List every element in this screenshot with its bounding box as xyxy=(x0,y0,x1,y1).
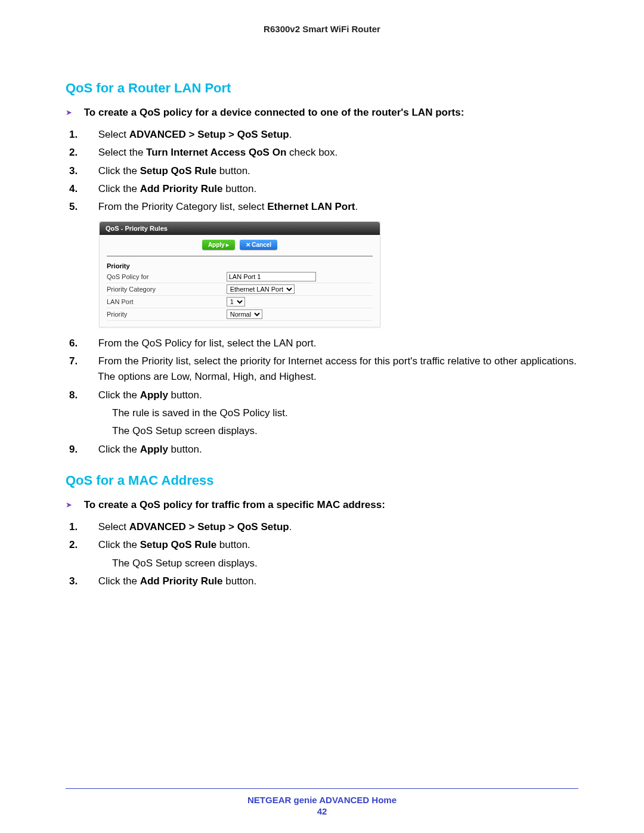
step-1: 1. Select ADVANCED > Setup > QoS Setup. xyxy=(83,127,578,143)
step-2: 2. Click the Setup QoS Rule button. The … xyxy=(83,537,578,571)
step-bold: Apply xyxy=(140,389,168,401)
section-heading-lan-port: QoS for a Router LAN Port xyxy=(66,80,578,96)
steps-lan-port-cont: 6. From the QoS Policy for list, select … xyxy=(83,336,578,457)
step-text: Select xyxy=(98,521,129,532)
row-label-priority: Priority xyxy=(107,308,227,320)
priority-category-select[interactable]: Ethernet LAN Port xyxy=(227,284,295,294)
step-post: button. xyxy=(216,539,250,550)
step-text: Click the xyxy=(98,444,140,455)
doc-header: R6300v2 Smart WiFi Router xyxy=(66,24,578,34)
step-bold: Apply xyxy=(140,444,168,455)
section-heading-mac: QoS for a MAC Address xyxy=(66,473,578,488)
step-5: 5. From the Priority Category list, sele… xyxy=(83,199,578,215)
step-2: 2. Select the Turn Internet Access QoS O… xyxy=(83,145,578,160)
lan-port-select[interactable]: 1 xyxy=(227,297,245,306)
step-text: Click the xyxy=(98,575,140,587)
steps-lan-port: 1. Select ADVANCED > Setup > QoS Setup. … xyxy=(83,127,578,215)
step-text: Select xyxy=(98,129,129,140)
intro-lan-port: ➤ To create a QoS policy for a device co… xyxy=(66,107,578,119)
step-4: 4. Click the Add Priority Rule button. xyxy=(83,181,578,197)
step-2-sub: The QoS Setup screen displays. xyxy=(98,556,578,571)
step-text: Click the xyxy=(98,183,140,194)
step-bold: Setup QoS Rule xyxy=(140,539,216,550)
step-1: 1. Select ADVANCED > Setup > QoS Setup. xyxy=(83,519,578,535)
intro-mac: ➤ To create a QoS policy for traffic fro… xyxy=(66,499,578,511)
cancel-button[interactable]: ✕ Cancel xyxy=(240,240,278,250)
step-bold: ADVANCED > Setup > QoS Setup xyxy=(129,129,289,140)
priority-select[interactable]: Normal xyxy=(227,309,262,319)
step-text: Select the xyxy=(98,147,146,158)
step-9: 9. Click the Apply button. xyxy=(83,442,578,457)
steps-mac: 1. Select ADVANCED > Setup > QoS Setup. … xyxy=(83,519,578,589)
intro-text: To create a QoS policy for a device conn… xyxy=(84,107,465,118)
step-post: button. xyxy=(216,165,250,176)
qos-priority-rules-panel: QoS - Priority Rules Apply ▸ ✕ Cancel Pr… xyxy=(99,221,380,327)
qos-policy-for-input[interactable] xyxy=(227,272,316,281)
step-bold: ADVANCED > Setup > QoS Setup xyxy=(129,521,289,532)
footer-page-number: 42 xyxy=(66,806,578,816)
step-8-sub1: The rule is saved in the QoS Policy list… xyxy=(98,405,578,421)
step-post: button. xyxy=(168,444,202,455)
step-text: From the Priority list, select the prior… xyxy=(98,355,577,382)
step-text: Click the xyxy=(98,165,140,176)
panel-toolbar: Apply ▸ ✕ Cancel xyxy=(107,235,373,256)
step-8-sub2: The QoS Setup screen displays. xyxy=(98,423,578,439)
step-post: button. xyxy=(168,389,202,401)
step-bold: Ethernet LAN Port xyxy=(267,201,355,212)
step-post: button. xyxy=(223,183,257,194)
panel-title: QoS - Priority Rules xyxy=(100,222,380,235)
step-7: 7. From the Priority list, select the pr… xyxy=(83,354,578,385)
step-post: button. xyxy=(223,575,257,587)
step-bold: Setup QoS Rule xyxy=(140,165,216,176)
step-bold: Add Priority Rule xyxy=(140,183,223,194)
row-label-policy: QoS Policy for xyxy=(107,271,227,283)
intro-text: To create a QoS policy for traffic from … xyxy=(84,499,385,510)
step-post: . xyxy=(289,521,292,532)
step-post: . xyxy=(355,201,358,212)
step-post: check box. xyxy=(286,147,338,158)
step-3: 3. Click the Add Priority Rule button. xyxy=(83,574,578,589)
priority-heading: Priority xyxy=(107,259,373,271)
step-text: Click the xyxy=(98,539,140,550)
step-8: 8. Click the Apply button. The rule is s… xyxy=(83,388,578,439)
row-label-category: Priority Category xyxy=(107,283,227,295)
step-bold: Add Priority Rule xyxy=(140,575,223,587)
step-6: 6. From the QoS Policy for list, select … xyxy=(83,336,578,351)
step-bold: Turn Internet Access QoS On xyxy=(146,147,286,158)
apply-button[interactable]: Apply ▸ xyxy=(202,240,236,250)
footer-rule xyxy=(66,788,578,789)
row-label-lanport: LAN Port xyxy=(107,295,227,308)
arrow-icon: ➤ xyxy=(66,108,81,117)
step-text: From the QoS Policy for list, select the… xyxy=(98,337,317,349)
step-text: From the Priority Category list, select xyxy=(98,201,267,212)
priority-form: QoS Policy for Priority Category Etherne… xyxy=(107,271,373,321)
footer-title: NETGEAR genie ADVANCED Home xyxy=(66,795,578,805)
arrow-icon: ➤ xyxy=(66,500,81,509)
step-text: Click the xyxy=(98,389,140,401)
step-post: . xyxy=(289,129,292,140)
page-footer: NETGEAR genie ADVANCED Home 42 xyxy=(66,788,578,816)
step-3: 3. Click the Setup QoS Rule button. xyxy=(83,163,578,179)
